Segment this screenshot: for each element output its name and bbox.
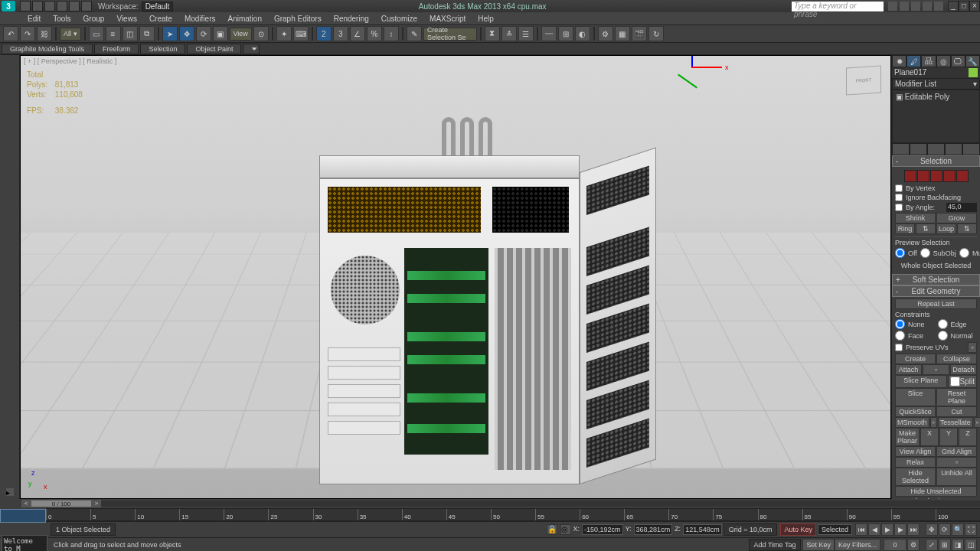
tab-display-icon[interactable]: 🖵 [951,55,965,67]
minimize-button[interactable]: _ [948,1,959,11]
tab-objectpaint[interactable]: Object Paint [187,44,241,54]
curve-editor-icon[interactable]: 〰 [541,26,557,41]
menu-rendering[interactable]: Rendering [328,14,375,24]
pivot-icon[interactable]: ⊙ [253,26,269,41]
subobj-polygon-icon[interactable] [943,170,956,182]
coord-y-input[interactable]: 368,281cm [634,524,673,535]
coord-z-input[interactable]: 121,548cm [683,524,722,535]
tab-modify-icon[interactable]: 🖊 [906,55,921,67]
grow-button[interactable]: Grow [936,213,977,223]
time-slider-knob[interactable]: 0 / 100 [31,500,92,507]
angle-snap-icon[interactable]: ∠ [350,26,365,41]
current-frame-input[interactable]: 0 [884,539,906,551]
by-angle-spinner[interactable]: 45,0 [946,203,977,212]
search-input[interactable]: Type a keyword or phrase [792,2,884,11]
exchange-icon[interactable] [911,2,920,11]
timeline-ruler[interactable]: 0 5 10 15 20 25 30 35 40 45 50 55 60 65 … [46,508,980,521]
configure-sets-icon[interactable] [962,143,980,155]
min-max-icon[interactable]: ◫ [965,539,977,551]
select-object-icon[interactable]: ▭ [89,26,104,41]
keyboard-shortcut-icon[interactable]: ⌨ [293,26,309,41]
menu-grapheditors[interactable]: Graph Editors [268,14,328,24]
view-align-button[interactable]: View Align [895,446,936,457]
rollout-selection[interactable]: -Selection [892,155,980,167]
zoom-extents-icon[interactable]: ⤢ [926,539,938,551]
menu-help[interactable]: Help [472,14,500,24]
tab-hierarchy-icon[interactable]: 品 [921,55,936,67]
render-setup-icon[interactable]: ⚙ [598,26,613,41]
detach-button[interactable]: Detach [950,364,977,375]
attach-list-icon[interactable]: ▫ [923,364,949,375]
modifier-list-dropdown[interactable]: Modifier List▾ [892,78,980,90]
create-button[interactable]: Create [895,354,936,364]
subobj-vertex-icon[interactable] [904,170,916,182]
object-name-value[interactable]: Plane017 [894,68,969,77]
qat-new-icon[interactable] [20,1,31,11]
repeat-last-button[interactable]: Repeat Last [895,298,977,309]
percent-snap-icon[interactable]: % [367,26,382,41]
slider-prev-icon[interactable]: < [21,500,31,507]
subobj-border-icon[interactable] [930,170,942,182]
undo-icon[interactable]: ↶ [3,26,18,41]
zoom-all-icon[interactable]: ⊞ [939,539,951,551]
move-icon[interactable]: ✥ [179,26,194,41]
align-icon[interactable]: ≛ [501,26,517,41]
slice-button[interactable]: Slice [895,388,936,406]
named-selection-dropdown[interactable]: Create Selection Se [423,28,477,41]
grid-align-button[interactable]: Grid Align [936,446,977,457]
viewport-perspective[interactable]: [ + ] [ Perspective ] [ Realistic ] Tota… [20,55,891,499]
preserve-uvs-settings[interactable]: ▫ [968,342,977,353]
qat-undo-icon[interactable] [57,1,67,11]
link-icon[interactable]: ⛓ [37,26,52,41]
reset-plane-button[interactable]: Reset Plane [936,388,977,406]
workspace-selector[interactable]: Workspace: Default [98,2,173,11]
preview-subobj-radio[interactable] [920,248,930,258]
mirror-icon[interactable]: ⧗ [485,26,500,41]
render-frame-icon[interactable]: ▦ [615,26,630,41]
pin-stack-icon[interactable] [892,143,910,155]
redo-icon[interactable]: ↷ [20,26,35,41]
subobj-edge-icon[interactable] [917,170,929,182]
menu-customize[interactable]: Customize [375,14,423,24]
rollout-scroll[interactable]: -Selection By Vertex Ignore Backfacing B… [892,155,980,499]
selection-filter-dropdown[interactable]: All ▾ [60,28,81,41]
menu-animation[interactable]: Animation [221,14,267,24]
rollout-edit-geometry[interactable]: -Edit Geometry [892,285,980,297]
split-checkbox[interactable] [950,377,960,386]
select-icon[interactable]: ➤ [162,26,178,41]
material-editor-icon[interactable]: ◐ [575,26,590,41]
make-unique-icon[interactable] [927,143,945,155]
time-slider[interactable]: < 0 / 100 > [0,499,980,508]
tab-selection[interactable]: Selection [140,44,185,54]
keyfilters-button[interactable]: Key Filters... [835,539,880,551]
make-planar-button[interactable]: Make Planar [895,428,920,446]
unhide-all-button[interactable]: Unhide All [936,468,977,486]
snap-2d-icon[interactable]: 2 [316,26,332,41]
collapse-button[interactable]: Collapse [936,354,977,364]
viewcube[interactable]: FRONT [846,65,881,95]
isolate-icon[interactable]: ◎ [560,524,571,535]
by-vertex-checkbox[interactable] [895,184,903,192]
fov-icon[interactable]: ◨ [952,539,964,551]
preserve-uvs-checkbox[interactable] [895,344,903,351]
expand-icon[interactable]: ▸ [6,488,14,496]
menu-maxscript[interactable]: MAXScript [423,14,472,24]
tab-utilities-icon[interactable]: 🔧 [965,55,980,67]
render-icon[interactable]: 🎬 [632,26,647,41]
trackbar-toggle[interactable] [0,509,46,523]
autokey-button[interactable]: Auto Key [780,523,816,536]
object-color-swatch[interactable] [969,68,978,77]
menu-edit[interactable]: Edit [21,14,47,24]
window-crossing-icon[interactable]: ⧉ [139,26,155,41]
object-name-field[interactable]: Plane017 [892,67,980,78]
menu-group[interactable]: Group [77,14,111,24]
hide-unselected-button[interactable]: Hide Unselected [895,486,977,497]
search-icon[interactable] [888,2,897,11]
zoom-icon[interactable]: 🔍 [952,523,964,536]
time-config-icon[interactable]: ⚙ [907,539,920,551]
favorites-icon[interactable] [923,2,932,11]
modifier-stack[interactable]: ▣ Editable Poly [892,90,980,143]
select-region-icon[interactable]: ◫ [122,26,138,41]
snap-3d-icon[interactable]: 3 [333,26,348,41]
ref-coord-dropdown[interactable]: View [230,28,252,41]
